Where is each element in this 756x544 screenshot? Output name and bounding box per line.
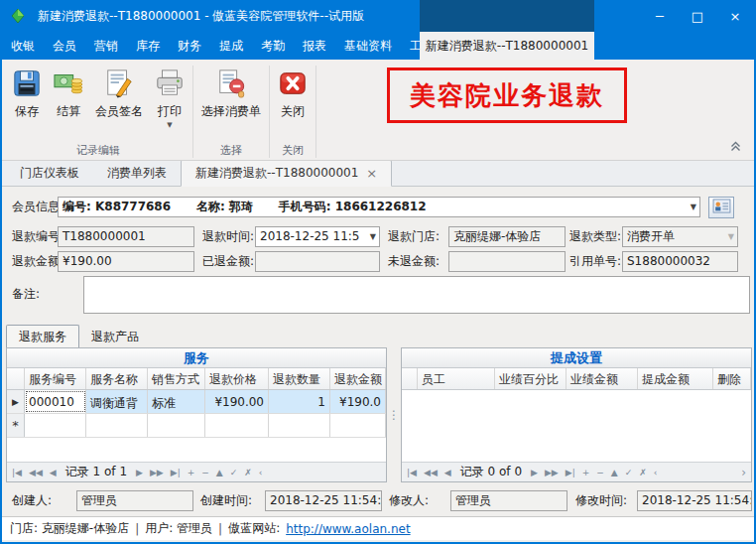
nav-next-page-icon[interactable]: ▶▶ (545, 468, 559, 477)
menu-item-marketing[interactable]: 营销 (85, 32, 127, 60)
nav-last-icon[interactable]: ▶| (566, 468, 575, 477)
minimize-button[interactable]: ─ (641, 0, 679, 32)
column-header[interactable]: 服务名称 (86, 368, 148, 389)
nav-last-icon[interactable]: ▶| (171, 468, 181, 477)
nav-cancel-icon[interactable]: ✗ (244, 468, 252, 477)
member-card-button[interactable] (708, 197, 734, 218)
unrefunded-amount-label: 未退金额: (388, 251, 440, 272)
cell-refund-amount[interactable]: ¥190.0 (330, 390, 386, 413)
nav-prev-icon[interactable]: ◀ (444, 468, 451, 477)
nav-scroll-right-icon[interactable]: › (741, 466, 746, 479)
tab-consumption-order-list[interactable]: 消费单列表 (93, 161, 181, 186)
nav-first-icon[interactable]: |◀ (12, 468, 22, 477)
menu-item-inventory[interactable]: 库存 (127, 32, 169, 60)
print-dropdown-arrow-icon[interactable]: ▼ (167, 122, 172, 128)
nav-next-icon[interactable]: ▶ (136, 468, 143, 477)
print-button[interactable]: 打印 ▼ (149, 65, 190, 132)
refunded-amount-field[interactable] (255, 251, 380, 272)
column-header[interactable]: 提成金额 (638, 368, 713, 389)
menu-item-report[interactable]: 报表 (294, 32, 335, 60)
created-at-field: 2018-12-25 11:54:1 (265, 490, 382, 511)
cell-service-name[interactable]: 调衡通背 (86, 390, 148, 413)
cell-refund-qty[interactable]: 1 (269, 390, 330, 413)
column-header[interactable]: 退款数量 (269, 368, 330, 389)
select-consumption-order-button[interactable]: 选择消费单 (195, 65, 267, 124)
refund-no-field[interactable]: T1880000001 (58, 226, 194, 247)
nav-prev-page-icon[interactable]: ◀◀ (29, 468, 43, 477)
close-form-button[interactable]: 关闭 (272, 65, 314, 124)
column-header[interactable]: 业绩金额 (567, 368, 638, 389)
nav-first-icon[interactable]: |◀ (407, 468, 417, 477)
nav-edit-icon[interactable]: ▲ (216, 468, 223, 477)
tab-refund-services[interactable]: 退款服务 (6, 325, 79, 348)
menu-item-attendance[interactable]: 考勤 (252, 32, 294, 60)
cell-refund-price[interactable]: ¥190.00 (205, 390, 269, 413)
nav-append-icon[interactable]: + (188, 468, 195, 477)
nav-append-icon[interactable]: + (582, 468, 590, 477)
nav-next-page-icon[interactable]: ▶▶ (150, 468, 164, 477)
grid-splitter-handle[interactable]: ⋮ (387, 347, 401, 482)
maximize-button[interactable]: □ (679, 0, 716, 32)
print-button-label: 打印 (158, 103, 182, 120)
nav-prev-icon[interactable]: ◀ (50, 468, 57, 477)
nav-scroll-left-icon[interactable]: ‹ (654, 468, 658, 477)
commission-grid-body (402, 390, 751, 462)
document-tab-strip: 门店仪表板 消费单列表 新建消费退款--T1880000001 × (2, 161, 754, 187)
column-header[interactable]: 销售方式 (148, 368, 205, 389)
ref-order-no-field[interactable]: S1880000032 (622, 251, 738, 272)
nav-endedit-icon[interactable]: ✓ (230, 468, 238, 477)
ribbon-group-close: 关闭 关闭 (272, 62, 314, 160)
close-window-button[interactable]: × (716, 0, 754, 32)
member-signature-button[interactable]: 会员签名 (89, 65, 149, 124)
commission-grid-navigator: |◀ ◀◀ ◀ 记录 0 of 0 ▶ ▶▶ ▶| + − ▲ ✓ ✗ ‹ › (402, 462, 751, 481)
member-dropdown-icon[interactable]: ▼ (691, 204, 696, 211)
menu-item-commission[interactable]: 提成 (210, 32, 252, 60)
tab-new-consumption-refund[interactable]: 新建消费退款--T1880000001 × (181, 160, 392, 187)
title-bar: 新建消费退款--T1880000001 - 傲蓝美容院管理软件--试用版 ─ □… (2, 0, 754, 32)
column-header[interactable]: 退款价格 (205, 368, 269, 389)
refund-type-field[interactable]: 消费开单 ▼ (622, 226, 738, 247)
tab-close-icon[interactable]: × (366, 169, 377, 179)
member-phone-value: 手机号码: 18661226812 (279, 198, 427, 216)
refund-store-field[interactable]: 克丽缇娜-体验店 (448, 226, 566, 247)
menu-item-finance[interactable]: 财务 (169, 32, 210, 60)
nav-scroll-left-icon[interactable]: ‹ (259, 468, 263, 477)
nav-cancel-icon[interactable]: ✗ (639, 468, 647, 477)
remark-textarea[interactable] (83, 276, 750, 314)
tab-store-dashboard[interactable]: 门店仪表板 (6, 161, 93, 186)
save-button[interactable]: 保存 (6, 65, 48, 124)
menu-item-base-data[interactable]: 基础资料 (335, 32, 401, 60)
refund-amount-field[interactable]: ¥190.00 (58, 251, 194, 272)
new-row[interactable]: * (7, 414, 386, 438)
nav-endedit-icon[interactable]: ✓ (625, 468, 633, 477)
detail-tab-strip: 退款服务 退款产品 (6, 326, 151, 348)
new-row-marker-icon: * (7, 414, 25, 437)
refund-time-dropdown-icon[interactable]: ▼ (370, 233, 376, 241)
column-header[interactable]: 员工 (418, 368, 495, 389)
printer-icon (155, 68, 185, 101)
column-header[interactable]: 业绩百分比 (495, 368, 567, 389)
cell-sale-mode[interactable]: 标准 (148, 390, 205, 413)
cell-service-no[interactable]: 000010 (25, 390, 86, 413)
refund-store-label: 退款门店: (388, 226, 440, 247)
settle-button[interactable]: 结算 (48, 65, 89, 124)
aolan-website-link[interactable]: http://www.aolan.net (286, 522, 410, 536)
refund-time-field[interactable]: 2018-12-25 11:5 ▼ (255, 226, 380, 247)
column-header[interactable]: 服务编号 (25, 368, 86, 389)
nav-delete-icon[interactable]: − (201, 468, 209, 477)
menu-active-document-tab[interactable]: 新建消费退款--T1880000001 (420, 32, 594, 60)
nav-prev-page-icon[interactable]: ◀◀ (424, 468, 438, 477)
tab-refund-products[interactable]: 退款产品 (79, 326, 151, 348)
app-logo-icon (10, 8, 26, 24)
unrefunded-amount-field[interactable] (448, 251, 566, 272)
column-header[interactable]: 删除 (713, 368, 751, 389)
column-header[interactable]: 退款金额 (330, 368, 386, 389)
member-info-field[interactable]: 编号: K88777686 名称: 郭琦 手机号码: 18661226812 ▼ (58, 197, 700, 217)
ribbon-collapse-chevron-icon[interactable] (729, 141, 742, 155)
nav-edit-icon[interactable]: ▲ (611, 468, 618, 477)
table-row[interactable]: ▶ 000010 调衡通背 标准 ¥190.00 1 ¥190.0 (7, 390, 386, 414)
menu-item-member[interactable]: 会员 (44, 32, 85, 60)
menu-item-cashier[interactable]: 收银 (2, 32, 44, 60)
nav-next-icon[interactable]: ▶ (531, 468, 538, 477)
nav-delete-icon[interactable]: − (596, 468, 604, 477)
